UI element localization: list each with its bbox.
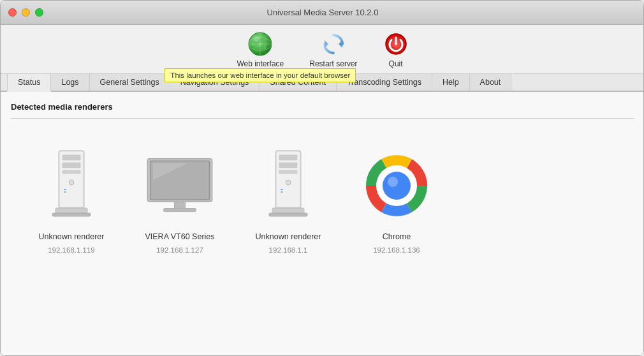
maximize-button[interactable] <box>35 8 43 17</box>
tab-shared-content[interactable]: Shared Content <box>259 74 337 91</box>
svg-rect-15 <box>62 170 80 174</box>
svg-point-3 <box>261 43 267 50</box>
renderer-ip: 192.168.1.127 <box>156 246 203 254</box>
svg-rect-17 <box>64 189 66 190</box>
tab-general-settings[interactable]: General Settings <box>89 74 170 91</box>
svg-rect-34 <box>281 191 283 193</box>
minimize-button[interactable] <box>22 8 30 17</box>
svg-rect-18 <box>64 191 66 193</box>
quit-label: Quit <box>389 59 403 68</box>
tab-about[interactable]: About <box>469 74 512 91</box>
close-button[interactable] <box>8 8 17 17</box>
main-window: Universal Media Server 10.2.0 <box>1 1 644 356</box>
content-area: Detected media renderers <box>1 92 644 356</box>
renderer-item[interactable]: Unknown renderer 192.168.1.119 <box>36 144 106 254</box>
restart-server-label: Restart server <box>309 59 357 68</box>
svg-rect-19 <box>55 208 87 213</box>
svg-rect-33 <box>281 189 283 190</box>
quit-icon <box>383 31 409 57</box>
renderer-name: Chrome <box>383 232 411 241</box>
svg-rect-31 <box>279 170 297 174</box>
tab-help[interactable]: Help <box>432 74 470 91</box>
renderer-icon-tv <box>145 144 215 227</box>
svg-rect-36 <box>269 213 307 216</box>
tab-status[interactable]: Status <box>7 74 51 92</box>
section-title: Detected media renderers <box>11 102 634 119</box>
renderer-name: Unknown renderer <box>39 232 105 241</box>
toolbar: Web interface This launches our web inte… <box>1 25 644 74</box>
renderer-name: Unknown renderer <box>256 232 321 241</box>
renderer-item[interactable]: Chrome 192.168.1.136 <box>362 144 432 254</box>
window-controls <box>8 8 43 17</box>
renderer-name: VIERA VT60 Series <box>145 232 214 241</box>
svg-point-16 <box>69 180 74 185</box>
svg-rect-30 <box>279 163 297 168</box>
web-interface-button[interactable]: Web interface This launches our web inte… <box>237 31 284 68</box>
svg-rect-25 <box>175 202 186 208</box>
quit-button[interactable]: Quit <box>383 31 409 68</box>
svg-rect-29 <box>279 155 297 160</box>
renderer-grid: Unknown renderer 192.168.1.119 <box>11 131 634 267</box>
renderer-item[interactable]: VIERA VT60 Series 192.168.1.127 <box>145 144 215 254</box>
computer-tower-icon-2 <box>263 147 314 224</box>
svg-point-39 <box>383 172 411 200</box>
globe-icon <box>247 31 273 57</box>
svg-rect-20 <box>52 213 91 216</box>
renderer-icon-chrome <box>362 144 432 227</box>
tab-bar: Status Logs General Settings Navigation … <box>1 74 644 92</box>
tab-navigation-settings[interactable]: Navigation Settings <box>170 74 260 91</box>
svg-rect-14 <box>62 163 80 168</box>
svg-marker-9 <box>325 40 328 48</box>
svg-point-40 <box>388 177 398 187</box>
tab-logs[interactable]: Logs <box>50 74 89 91</box>
renderer-ip: 192.168.1.119 <box>48 246 95 254</box>
svg-rect-35 <box>272 208 304 213</box>
svg-rect-13 <box>62 155 80 160</box>
web-interface-label: Web interface <box>237 59 284 68</box>
renderer-item[interactable]: Unknown renderer 192.168.1.1 <box>253 144 323 254</box>
renderer-ip: 192.168.1.1 <box>269 246 308 254</box>
svg-marker-8 <box>339 40 342 48</box>
tv-icon <box>145 147 215 224</box>
window-title: Universal Media Server 10.2.0 <box>267 8 379 17</box>
restart-icon <box>321 31 346 57</box>
renderer-ip: 192.168.1.136 <box>373 246 420 254</box>
renderer-icon-computer-1 <box>36 144 106 227</box>
restart-server-button[interactable]: Restart server <box>309 31 357 68</box>
svg-point-7 <box>254 36 259 41</box>
chrome-icon <box>365 154 428 218</box>
renderer-icon-computer-2 <box>253 144 323 227</box>
svg-rect-26 <box>164 209 196 212</box>
tab-transcoding-settings[interactable]: Transcoding Settings <box>336 74 432 91</box>
title-bar: Universal Media Server 10.2.0 <box>1 1 644 25</box>
computer-tower-icon <box>46 147 97 224</box>
svg-point-32 <box>286 180 291 185</box>
